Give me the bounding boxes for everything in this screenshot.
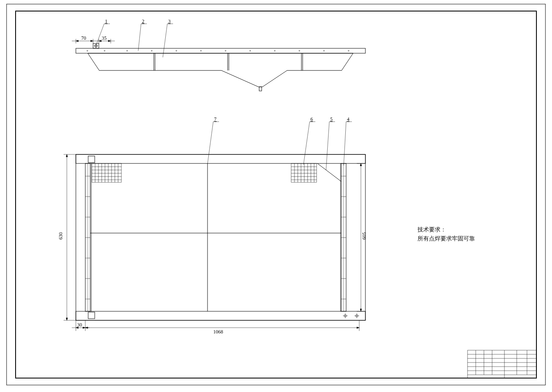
- svg-line-115: [344, 122, 346, 165]
- svg-point-10: [299, 50, 300, 51]
- titleblock-frame: [468, 350, 536, 378]
- svg-point-9: [274, 50, 275, 51]
- drawing-svg: 70 35 1 2 3: [0, 0, 552, 392]
- svg-point-1: [87, 50, 88, 51]
- svg-line-109: [208, 122, 213, 164]
- svg-line-113: [326, 122, 329, 170]
- svg-point-4: [151, 50, 152, 51]
- svg-rect-49: [76, 154, 365, 163]
- svg-point-12: [348, 50, 349, 51]
- elevation-view: 70 35 1 2 3: [72, 18, 365, 91]
- svg-marker-135: [357, 327, 359, 329]
- svg-rect-48: [76, 154, 365, 320]
- svg-line-19: [342, 53, 353, 70]
- svg-point-11: [324, 50, 324, 51]
- svg-marker-35: [76, 40, 78, 42]
- dim-630-text: 630: [58, 232, 64, 240]
- inner-border: [16, 11, 536, 378]
- svg-point-6: [201, 50, 201, 51]
- svg-marker-41: [108, 40, 111, 42]
- dim-30-text: 30: [77, 322, 82, 328]
- callout-3: 3: [168, 18, 171, 24]
- callout-6: 6: [310, 116, 313, 122]
- dim-630: [64, 154, 76, 320]
- dim-1068-text: 1068: [213, 329, 223, 335]
- note-title: 技术要求：: [417, 225, 475, 234]
- svg-line-18: [88, 53, 99, 70]
- callout-7: 7: [214, 116, 217, 122]
- dim-35-text: 35: [102, 35, 107, 41]
- dim-605-text: 605: [361, 232, 367, 240]
- svg-rect-50: [76, 311, 365, 320]
- svg-marker-40: [99, 40, 101, 42]
- svg-rect-53: [91, 163, 91, 311]
- callout-2: 2: [142, 18, 144, 24]
- svg-rect-60: [88, 156, 95, 163]
- svg-line-42: [96, 24, 104, 45]
- svg-marker-134: [85, 327, 88, 329]
- drawing-sheet: 70 35 1 2 3: [0, 0, 552, 392]
- svg-marker-125: [360, 163, 362, 166]
- svg-marker-121: [66, 318, 68, 320]
- svg-line-59: [317, 163, 341, 181]
- svg-line-44: [138, 24, 141, 51]
- svg-line-29: [262, 70, 287, 87]
- svg-rect-31: [259, 87, 262, 91]
- svg-rect-76: [291, 163, 317, 182]
- svg-point-2: [104, 50, 105, 51]
- plan-view: 7 6 5 4 630 605: [58, 116, 367, 335]
- dim-70-text: 70: [81, 35, 86, 41]
- svg-line-46: [163, 24, 167, 57]
- hatch-right: [291, 163, 317, 182]
- svg-rect-54: [340, 163, 341, 311]
- callout-5: 5: [330, 116, 333, 122]
- svg-marker-126: [360, 309, 362, 311]
- tech-requirements: 技术要求： 所有点焊要求牢固可靠: [417, 225, 475, 244]
- svg-line-28: [221, 70, 258, 87]
- svg-marker-120: [66, 154, 68, 157]
- svg-rect-61: [88, 312, 95, 319]
- callout-4: 4: [347, 116, 349, 122]
- svg-line-111: [303, 122, 310, 165]
- callout-1: 1: [105, 18, 107, 24]
- svg-point-5: [176, 50, 177, 51]
- svg-point-7: [225, 50, 226, 51]
- svg-rect-0: [76, 48, 365, 53]
- svg-rect-62: [92, 163, 121, 182]
- note-line1: 所有点焊要求牢固可靠: [417, 234, 475, 243]
- hatch-left: [92, 163, 121, 182]
- svg-marker-36: [91, 40, 93, 42]
- svg-point-3: [127, 50, 128, 51]
- svg-point-8: [250, 50, 251, 51]
